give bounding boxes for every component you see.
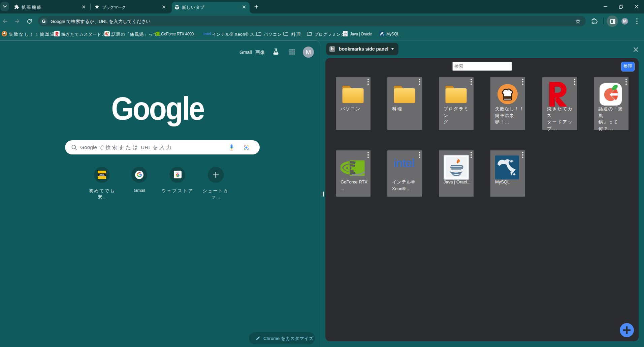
svg-text:KITCHEN: KITCHEN xyxy=(99,175,105,176)
